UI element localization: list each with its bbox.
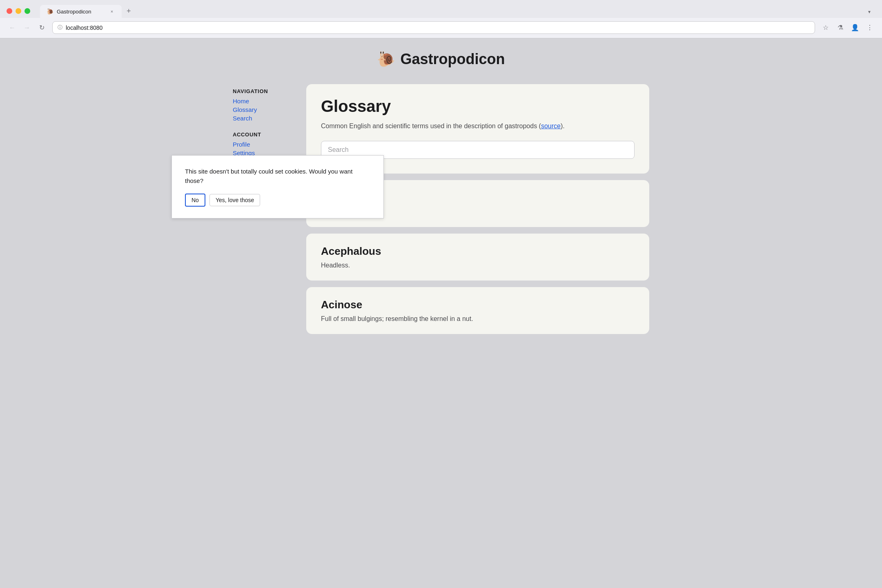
sidebar-item-home[interactable]: Home: [233, 98, 298, 105]
sidebar-account-heading: ACCOUNT: [233, 131, 298, 138]
glossary-desc-before: Common English and scientific terms used…: [321, 122, 541, 129]
cookie-no-button[interactable]: No: [185, 194, 205, 207]
back-button[interactable]: ←: [7, 22, 18, 33]
address-bar-security-icon: ⓘ: [58, 24, 62, 31]
term-card-acephalous: Acephalous Headless.: [306, 234, 649, 281]
active-tab[interactable]: 🐌 Gastropodicon ×: [40, 5, 122, 18]
browser-toolbar: ← → ↻ ⓘ ☆ ⚗ 👤 ⋮: [0, 18, 882, 38]
term-card-acinose: Acinose Full of small bulgings; resembli…: [306, 287, 649, 334]
browser-titlebar: 🐌 Gastropodicon × + ▾: [0, 0, 882, 18]
window-close-button[interactable]: [7, 8, 12, 14]
address-bar[interactable]: ⓘ: [52, 21, 815, 34]
site-title: Gastropodicon: [400, 51, 505, 68]
new-tab-button[interactable]: +: [122, 4, 136, 18]
term-definition: Full of small bulgings; resembling the k…: [321, 315, 635, 323]
tab-close-button[interactable]: ×: [109, 8, 115, 15]
term-name: Acephalous: [321, 245, 635, 258]
cookie-dialog-message: This site doesn't but totally could set …: [185, 167, 370, 185]
glossary-description: Common English and scientific terms used…: [321, 121, 635, 131]
sidebar-account-section: ACCOUNT Profile Settings: [233, 131, 298, 156]
address-bar-input[interactable]: [66, 24, 810, 31]
tab-title-label: Gastropodicon: [57, 9, 105, 15]
tab-dropdown-button[interactable]: ▾: [863, 6, 875, 18]
page-background: 🐌 Gastropodicon NAVIGATION Home Glossary…: [0, 38, 882, 588]
cookie-dialog-buttons: No Yes, love those: [185, 194, 370, 207]
window-controls: [7, 8, 30, 14]
sidebar-nav-heading: NAVIGATION: [233, 88, 298, 94]
reload-button[interactable]: ↻: [36, 22, 47, 33]
glossary-title: Glossary: [321, 97, 635, 116]
lab-button[interactable]: ⚗: [835, 22, 846, 33]
nav-buttons: ← → ↻: [7, 22, 47, 33]
sidebar-item-glossary[interactable]: Glossary: [233, 106, 298, 113]
term-name: Acinose: [321, 298, 635, 311]
site-logo-icon: 🐌: [377, 51, 395, 68]
glossary-source-link[interactable]: source: [541, 122, 561, 129]
browser-chrome: 🐌 Gastropodicon × + ▾ ← → ↻ ⓘ ☆ ⚗ 👤 ⋮: [0, 0, 882, 38]
profile-button[interactable]: 👤: [849, 22, 861, 33]
cookie-yes-button[interactable]: Yes, love those: [209, 194, 260, 206]
window-minimize-button[interactable]: [16, 8, 21, 14]
menu-button[interactable]: ⋮: [864, 22, 875, 33]
toolbar-actions: ☆ ⚗ 👤 ⋮: [820, 22, 875, 33]
tab-bar: 🐌 Gastropodicon × + ▾: [40, 4, 875, 18]
window-maximize-button[interactable]: [24, 8, 30, 14]
glossary-desc-after: ).: [561, 122, 565, 129]
sidebar-item-search[interactable]: Search: [233, 115, 298, 122]
cookie-dialog: This site doesn't but totally could set …: [172, 155, 384, 218]
sidebar-item-profile[interactable]: Profile: [233, 141, 298, 148]
forward-button[interactable]: →: [21, 22, 33, 33]
term-definition: Headless.: [321, 262, 635, 269]
sidebar-nav-section: NAVIGATION Home Glossary Search: [233, 88, 298, 122]
bookmark-button[interactable]: ☆: [820, 22, 831, 33]
tab-favicon-icon: 🐌: [47, 8, 53, 15]
site-header: 🐌 Gastropodicon: [225, 42, 657, 72]
